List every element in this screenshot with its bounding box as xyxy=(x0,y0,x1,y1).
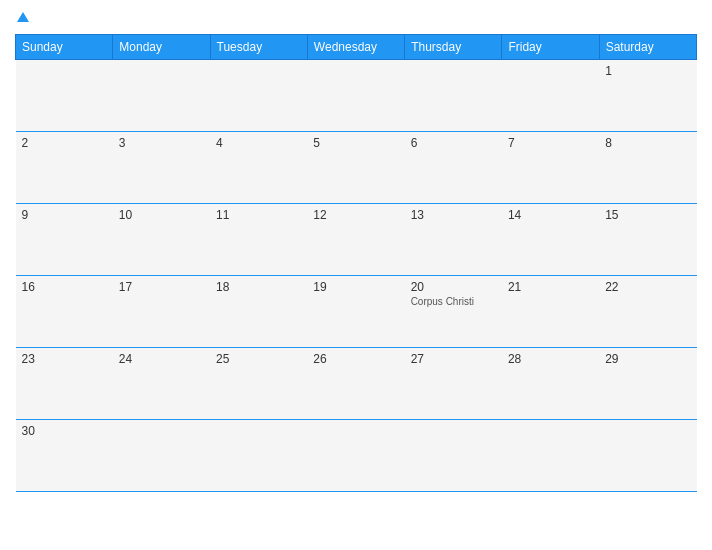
day-number: 4 xyxy=(216,136,301,150)
day-number: 17 xyxy=(119,280,204,294)
day-number: 21 xyxy=(508,280,593,294)
calendar-week-row: 2345678 xyxy=(16,132,697,204)
day-number: 12 xyxy=(313,208,398,222)
weekday-header-saturday: Saturday xyxy=(599,35,696,60)
calendar-week-row: 23242526272829 xyxy=(16,348,697,420)
calendar-cell: 14 xyxy=(502,204,599,276)
calendar-header xyxy=(15,10,697,26)
calendar-cell: 21 xyxy=(502,276,599,348)
calendar-cell: 22 xyxy=(599,276,696,348)
day-number: 2 xyxy=(22,136,107,150)
calendar-cell: 8 xyxy=(599,132,696,204)
calendar-cell: 30 xyxy=(16,420,113,492)
calendar-cell: 1 xyxy=(599,60,696,132)
day-number: 7 xyxy=(508,136,593,150)
day-number: 13 xyxy=(411,208,496,222)
day-number: 5 xyxy=(313,136,398,150)
calendar-cell: 2 xyxy=(16,132,113,204)
day-number: 9 xyxy=(22,208,107,222)
calendar-cell: 26 xyxy=(307,348,404,420)
calendar-cell xyxy=(307,420,404,492)
day-number: 23 xyxy=(22,352,107,366)
logo xyxy=(15,10,29,26)
calendar-cell: 3 xyxy=(113,132,210,204)
day-number: 26 xyxy=(313,352,398,366)
calendar-cell xyxy=(16,60,113,132)
day-number: 15 xyxy=(605,208,690,222)
calendar-cell: 28 xyxy=(502,348,599,420)
event-label: Corpus Christi xyxy=(411,296,496,307)
calendar-week-row: 30 xyxy=(16,420,697,492)
calendar-cell: 27 xyxy=(405,348,502,420)
calendar-week-row: 1 xyxy=(16,60,697,132)
calendar-cell: 24 xyxy=(113,348,210,420)
day-number: 19 xyxy=(313,280,398,294)
calendar-cell xyxy=(210,420,307,492)
weekday-header-sunday: Sunday xyxy=(16,35,113,60)
calendar-cell: 12 xyxy=(307,204,404,276)
calendar-cell: 7 xyxy=(502,132,599,204)
calendar-cell xyxy=(210,60,307,132)
day-number: 24 xyxy=(119,352,204,366)
calendar-cell: 29 xyxy=(599,348,696,420)
calendar-week-row: 9101112131415 xyxy=(16,204,697,276)
calendar-cell: 23 xyxy=(16,348,113,420)
calendar-cell: 11 xyxy=(210,204,307,276)
weekday-header-monday: Monday xyxy=(113,35,210,60)
calendar-cell: 5 xyxy=(307,132,404,204)
logo-triangle-icon xyxy=(17,12,29,22)
weekday-header-tuesday: Tuesday xyxy=(210,35,307,60)
calendar-cell: 15 xyxy=(599,204,696,276)
day-number: 29 xyxy=(605,352,690,366)
calendar-cell xyxy=(405,60,502,132)
calendar-table: SundayMondayTuesdayWednesdayThursdayFrid… xyxy=(15,34,697,492)
calendar-week-row: 1617181920Corpus Christi2122 xyxy=(16,276,697,348)
weekday-header-thursday: Thursday xyxy=(405,35,502,60)
calendar-cell xyxy=(113,60,210,132)
day-number: 30 xyxy=(22,424,107,438)
calendar-cell xyxy=(502,420,599,492)
day-number: 28 xyxy=(508,352,593,366)
weekday-header-friday: Friday xyxy=(502,35,599,60)
day-number: 1 xyxy=(605,64,690,78)
day-number: 20 xyxy=(411,280,496,294)
calendar-cell: 20Corpus Christi xyxy=(405,276,502,348)
calendar-cell xyxy=(502,60,599,132)
day-number: 25 xyxy=(216,352,301,366)
weekday-header-wednesday: Wednesday xyxy=(307,35,404,60)
day-number: 11 xyxy=(216,208,301,222)
calendar-cell xyxy=(405,420,502,492)
calendar-cell: 6 xyxy=(405,132,502,204)
calendar-cell: 17 xyxy=(113,276,210,348)
calendar-cell: 4 xyxy=(210,132,307,204)
day-number: 22 xyxy=(605,280,690,294)
day-number: 16 xyxy=(22,280,107,294)
day-number: 8 xyxy=(605,136,690,150)
calendar-cell: 19 xyxy=(307,276,404,348)
day-number: 6 xyxy=(411,136,496,150)
calendar-cell xyxy=(113,420,210,492)
day-number: 18 xyxy=(216,280,301,294)
logo-general xyxy=(15,10,29,26)
calendar-container: SundayMondayTuesdayWednesdayThursdayFrid… xyxy=(0,0,712,550)
calendar-cell: 10 xyxy=(113,204,210,276)
day-number: 3 xyxy=(119,136,204,150)
calendar-cell: 16 xyxy=(16,276,113,348)
calendar-cell: 18 xyxy=(210,276,307,348)
weekday-header-row: SundayMondayTuesdayWednesdayThursdayFrid… xyxy=(16,35,697,60)
calendar-cell: 25 xyxy=(210,348,307,420)
day-number: 27 xyxy=(411,352,496,366)
calendar-cell xyxy=(599,420,696,492)
calendar-cell xyxy=(307,60,404,132)
day-number: 10 xyxy=(119,208,204,222)
calendar-cell: 13 xyxy=(405,204,502,276)
day-number: 14 xyxy=(508,208,593,222)
calendar-cell: 9 xyxy=(16,204,113,276)
